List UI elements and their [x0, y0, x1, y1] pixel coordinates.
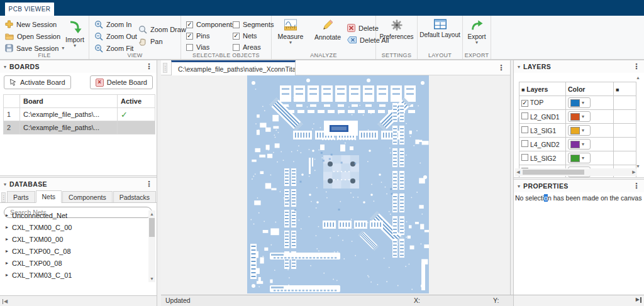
- layer-row-l2-gnd1[interactable]: L2_GND1 ▾: [519, 110, 636, 124]
- layer-checkbox[interactable]: [521, 126, 528, 133]
- boards-header-board[interactable]: Board: [20, 95, 118, 108]
- boards-menu-icon[interactable]: ⋮: [145, 62, 153, 71]
- export-button[interactable]: Export ▾: [463, 16, 491, 51]
- tab-pcb-viewer[interactable]: PCB VIEWER: [4, 2, 55, 16]
- layer-row-l5-sig2[interactable]: L5_SIG2 ▾: [519, 151, 636, 165]
- components-checkbox[interactable]: ✓: [186, 21, 193, 28]
- net-item[interactable]: ▸CXL_TXM00_C_00: [0, 221, 148, 233]
- new-session-button[interactable]: New Session: [5, 18, 64, 30]
- boards-header-active[interactable]: Active: [118, 95, 155, 108]
- document-tab[interactable]: C:\example_file_paths\native_XconnTitan: [171, 60, 296, 75]
- measure-button[interactable]: Measure ▾: [273, 16, 308, 51]
- preferences-button[interactable]: Preferences: [376, 16, 417, 51]
- nets-vertical-scrollbar[interactable]: ▲ ▼: [148, 210, 155, 282]
- boards-collapse-icon[interactable]: ▾: [4, 64, 6, 70]
- database-menu-icon[interactable]: ⋮: [145, 180, 153, 189]
- document-tabs-grip[interactable]: ⋮: [163, 63, 167, 73]
- properties-collapse-icon[interactable]: ▾: [518, 183, 520, 189]
- expand-icon[interactable]: ▸: [6, 272, 8, 278]
- layer-row-l4-gnd2[interactable]: L4_GND2 ▾: [519, 138, 636, 151]
- layer-checkbox[interactable]: [521, 112, 528, 119]
- layers-collapse-icon[interactable]: ▾: [518, 64, 520, 70]
- expand-icon[interactable]: ▸: [6, 260, 8, 266]
- zoom-out-button[interactable]: Zoom Out: [94, 30, 137, 42]
- properties-menu-icon[interactable]: ⋮: [633, 182, 640, 190]
- scroll-left-icon[interactable]: ◀: [515, 170, 521, 175]
- nets-horizontal-scrollbar[interactable]: ◀: [0, 295, 157, 306]
- net-item-unconnected[interactable]: ▸Unconnected_Net: [0, 209, 148, 221]
- scroll-left-icon[interactable]: ◀: [3, 299, 8, 304]
- checkbox-components[interactable]: ✓ Components: [186, 19, 235, 30]
- checkbox-segments[interactable]: Segments: [233, 19, 274, 30]
- activate-board-button[interactable]: Activate Board: [4, 75, 71, 89]
- pan-button[interactable]: Pan: [138, 35, 186, 47]
- database-tabs-grip[interactable]: ⋮: [1, 192, 6, 202]
- checkbox-pins[interactable]: ✓ Pins: [186, 30, 235, 41]
- layer-name: L4_GND2: [530, 141, 560, 148]
- scroll-thumb[interactable]: [523, 170, 584, 175]
- color-swatch: [570, 99, 580, 107]
- board-row-1[interactable]: 1 C:\example_file_paths\... ✓: [4, 108, 155, 121]
- net-item[interactable]: ▸CXL_TXM00_00: [0, 233, 148, 245]
- layers-vertical-scrollbar[interactable]: ▲ ▼: [636, 75, 643, 168]
- import-button[interactable]: Import ▾: [62, 17, 88, 52]
- layer-checkbox[interactable]: [521, 140, 528, 147]
- zoom-in-button[interactable]: Zoom In: [94, 18, 137, 30]
- pins-checkbox[interactable]: ✓: [186, 33, 193, 40]
- layer-color-dropdown[interactable]: ▾: [568, 97, 591, 108]
- expand-icon[interactable]: ▸: [6, 248, 8, 254]
- status-y-label: Y:: [493, 297, 499, 304]
- tab-components[interactable]: Components: [62, 191, 113, 202]
- expand-icon[interactable]: ▸: [6, 224, 8, 230]
- layers-menu-icon[interactable]: ⋮: [633, 62, 640, 71]
- database-collapse-icon[interactable]: ▾: [4, 182, 6, 187]
- net-item[interactable]: ▸CXL_TXP00_08: [0, 257, 148, 269]
- scroll-thumb[interactable]: [149, 218, 155, 237]
- tab-nets[interactable]: Nets: [36, 190, 62, 203]
- scroll-up-icon[interactable]: ▲: [636, 75, 640, 80]
- segments-checkbox[interactable]: [233, 21, 240, 28]
- checkbox-nets[interactable]: ✓ Nets: [233, 30, 274, 41]
- areas-checkbox[interactable]: [233, 44, 240, 51]
- vias-checkbox[interactable]: [186, 44, 193, 51]
- layer-row-l3-sig1[interactable]: L3_SIG1 ▾: [519, 124, 636, 138]
- scroll-right-icon[interactable]: ▶: [631, 170, 637, 175]
- default-layout-button[interactable]: Default Layout: [418, 16, 462, 51]
- annotate-button[interactable]: Annotate: [309, 16, 346, 51]
- color-caret-icon: ▾: [582, 101, 584, 106]
- pcb-board-image[interactable]: [247, 75, 429, 293]
- layer-row-top[interactable]: ✓ TOP ▾: [519, 96, 636, 110]
- color-caret-icon: ▾: [582, 114, 584, 119]
- layers-header-checkbox-icon[interactable]: ■: [521, 87, 525, 93]
- tab-padstacks[interactable]: Padstacks: [113, 191, 156, 202]
- expand-icon[interactable]: ▸: [6, 212, 8, 218]
- scroll-up-icon[interactable]: ▲: [148, 210, 155, 217]
- zoom-draw-button[interactable]: Zoom Draw: [138, 23, 186, 35]
- net-item[interactable]: ▸CXL_TXP00_C_08: [0, 245, 148, 257]
- extra-header-checkbox-icon[interactable]: ■: [616, 87, 619, 93]
- ribbon-section-selectable-objects: ✓ Components ✓ Pins Vias Segments: [181, 16, 272, 59]
- scroll-down-icon[interactable]: ▼: [636, 164, 640, 168]
- layer-color-dropdown[interactable]: ▾: [568, 153, 591, 163]
- skip-right-icon[interactable]: ▶: [636, 297, 641, 303]
- board-row-2[interactable]: 2 C:\example_file_paths\...: [4, 121, 155, 134]
- net-item[interactable]: ▸CXL_TXM03_C_01: [0, 269, 148, 281]
- layer-color-dropdown[interactable]: ▾: [568, 125, 591, 136]
- color-swatch: [570, 141, 580, 148]
- expand-icon[interactable]: ▸: [6, 236, 8, 242]
- layer-checkbox[interactable]: [521, 154, 528, 161]
- layer-color-dropdown[interactable]: ▾: [568, 111, 591, 122]
- tab-parts[interactable]: Parts: [7, 191, 35, 202]
- pcb-canvas[interactable]: [161, 75, 510, 295]
- scroll-down-icon[interactable]: ▼: [148, 275, 155, 282]
- document-menu-icon[interactable]: ⋮: [497, 63, 505, 72]
- checkbox-vias[interactable]: Vias: [186, 41, 235, 53]
- layer-color-dropdown[interactable]: ▾: [568, 139, 591, 150]
- tab-nets-label: Nets: [42, 193, 56, 200]
- delete-board-button[interactable]: × Delete Board: [90, 75, 153, 89]
- layers-horizontal-scrollbar[interactable]: ◀ ▶: [515, 168, 637, 176]
- nets-checkbox[interactable]: ✓: [233, 33, 240, 40]
- open-session-button[interactable]: Open Session: [5, 30, 64, 42]
- layer-checkbox[interactable]: ✓: [521, 100, 528, 107]
- checkbox-areas[interactable]: Areas: [233, 41, 274, 53]
